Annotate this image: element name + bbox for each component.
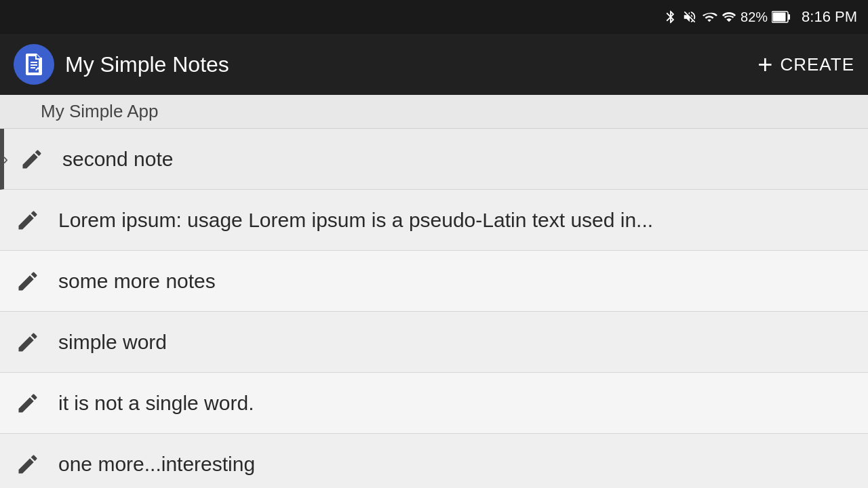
create-label: CREATE [780, 54, 854, 75]
note-pen-icon [14, 450, 42, 479]
list-item[interactable]: it is not a single word. [0, 373, 868, 434]
app-logo [14, 44, 54, 85]
app-logo-icon [22, 52, 46, 77]
note-pen-icon [18, 145, 46, 174]
list-item[interactable]: simple word [0, 312, 868, 373]
list-item[interactable]: some more notes [0, 251, 868, 312]
app-bar: My Simple Notes + CREATE [0, 34, 868, 95]
note-pen-icon [14, 389, 42, 418]
chevron-right-icon: › [3, 150, 8, 169]
app-bar-left: My Simple Notes [14, 44, 229, 85]
note-pen-icon [14, 206, 42, 235]
note-pen-icon [14, 328, 42, 357]
bluetooth-icon [663, 9, 678, 24]
battery-icon [772, 10, 791, 24]
status-bar: 82% 8:16 PM [0, 0, 868, 34]
mute-icon [682, 9, 697, 24]
note-title: it is not a single word. [58, 392, 854, 415]
create-plus-icon: + [757, 52, 773, 77]
status-icons: 82% [663, 9, 791, 25]
note-pen-icon [14, 267, 42, 296]
app-title: My Simple Notes [65, 52, 229, 77]
svg-rect-2 [773, 13, 786, 22]
svg-rect-1 [788, 14, 790, 20]
list-item[interactable]: › second note [0, 129, 868, 190]
partial-item-text: My Simple App [41, 101, 158, 122]
list-item[interactable]: Lorem ipsum: usage Lorem ipsum is a pseu… [0, 190, 868, 251]
wifi-icon [701, 9, 717, 24]
note-title: Lorem ipsum: usage Lorem ipsum is a pseu… [58, 209, 854, 232]
signal-icon [722, 9, 736, 24]
note-title: second note [62, 148, 854, 171]
create-button[interactable]: + CREATE [757, 52, 854, 77]
note-title: one more...interesting [58, 453, 854, 476]
battery-percentage: 82% [741, 9, 768, 25]
status-time: 8:16 PM [802, 8, 857, 26]
notes-list: › second note Lorem ipsum: usage Lorem i… [0, 129, 868, 488]
partial-list-item: My Simple App [0, 95, 868, 129]
list-item[interactable]: one more...interesting [0, 434, 868, 488]
note-title: some more notes [58, 270, 854, 293]
note-title: simple word [58, 331, 854, 354]
